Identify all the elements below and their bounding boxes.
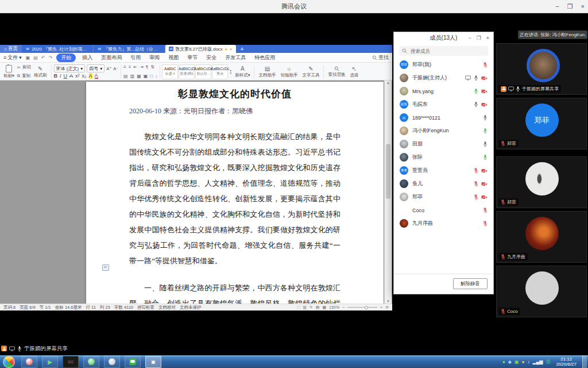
scrollbar-thumb[interactable]: [386, 144, 390, 199]
style-default-para[interactable]: AaBbCcDd 默认段...: [195, 64, 211, 79]
taskbar-icon-media-player[interactable]: ▶: [42, 356, 58, 368]
member-row[interactable]: 郑菲 郑菲(我): [394, 58, 493, 71]
search-input[interactable]: [409, 48, 481, 55]
fit-page-icon[interactable]: ⟳: [385, 305, 389, 310]
unmute-button[interactable]: 解除静音: [453, 278, 488, 289]
tray-app-icon[interactable]: ◆: [508, 359, 512, 365]
camera-off-icon[interactable]: [481, 195, 488, 200]
tray-network-icon[interactable]: ▂▄▆: [532, 359, 543, 365]
mic-icon[interactable]: [483, 114, 488, 121]
sort-icon[interactable]: ↓: [155, 74, 157, 79]
mic-active-icon[interactable]: [483, 154, 488, 160]
style-heading4[interactable]: AaBbC 标题 4: [162, 64, 178, 79]
copy-button[interactable]: ⧉ 复制: [17, 73, 31, 79]
tab-page-layout[interactable]: 页面布局: [99, 53, 124, 62]
doc-helper-button[interactable]: ▤ 文档助手: [256, 64, 278, 79]
wps-home-tab[interactable]: ⌂ 首页: [0, 45, 22, 53]
strikethrough-button[interactable]: A: [69, 73, 73, 79]
print-icon[interactable]: ▤: [33, 55, 38, 60]
undo-icon[interactable]: ↶: [41, 55, 45, 60]
member-row[interactable]: 张际: [394, 151, 493, 164]
member-row[interactable]: 鱼儿: [394, 177, 493, 190]
tray-wechat-icon[interactable]: ●: [502, 359, 505, 365]
paragraph-mark-icon[interactable]: ¶: [146, 64, 148, 70]
mic-active-icon[interactable]: [474, 88, 478, 94]
mic-muted-icon[interactable]: [474, 167, 478, 174]
camera-off-icon[interactable]: [481, 182, 488, 186]
font-color-button[interactable]: A: [95, 73, 98, 79]
video-tile[interactable]: 九月序曲: [496, 211, 587, 263]
member-row[interactable]: Mrs.yang: [394, 85, 493, 98]
maximize-icon[interactable]: ❐: [477, 35, 481, 41]
comment-marker-icon[interactable]: [102, 264, 109, 271]
tab-view[interactable]: 视图: [166, 53, 181, 62]
scroll-down-icon[interactable]: ▼: [385, 300, 392, 303]
underline-button[interactable]: U: [64, 73, 68, 79]
tab-references[interactable]: 引用: [128, 53, 143, 62]
border-icon[interactable]: □: [150, 74, 153, 79]
cut-button[interactable]: ✂ 剪切: [17, 64, 31, 70]
zoom-knob[interactable]: [365, 306, 368, 309]
member-row[interactable]: Coco: [394, 204, 493, 217]
read-layout-icon[interactable]: ▥: [303, 305, 307, 310]
mic-muted-icon[interactable]: [474, 194, 478, 200]
mic-muted-icon[interactable]: [483, 62, 488, 68]
status-protection[interactable]: 文档未保护: [180, 305, 202, 310]
align-center-icon[interactable]: ▥: [130, 74, 135, 79]
write-layout-icon[interactable]: ✎: [310, 305, 313, 310]
paste-button[interactable]: 粘贴▾: [1, 64, 17, 79]
zoom-in-icon[interactable]: +: [380, 305, 382, 309]
font-name-select[interactable]: 宋体 (正文) ▾: [54, 64, 86, 72]
align-justify-icon[interactable]: ▦: [137, 74, 141, 79]
web-layout-icon[interactable]: ▤: [316, 305, 320, 310]
tab-security[interactable]: 安全: [204, 53, 219, 62]
document-page[interactable]: 彰显敦煌文化的时代价值 2020-06-10 来源：光明日报作者：黑晓佛 敦煌文…: [86, 82, 384, 304]
highlight-button[interactable]: A: [89, 73, 92, 79]
tab-section[interactable]: 章节: [185, 53, 200, 62]
start-button[interactable]: [3, 356, 15, 368]
find-replace-button[interactable]: 查找替换: [326, 64, 347, 79]
doc-tab-1[interactable]: W 2020 『聚焦..社计划的项目模板: [22, 45, 94, 53]
taskbar-icon-sogou[interactable]: SO: [63, 356, 79, 368]
member-row[interactable]: 田朋: [394, 137, 493, 151]
style-normal-web[interactable]: AaBbCcD 普通(网站): [179, 64, 195, 79]
mic-muted-icon[interactable]: [483, 207, 488, 213]
mic-muted-icon[interactable]: [474, 181, 478, 187]
bullet-list-icon[interactable]: ≡: [123, 64, 126, 70]
number-list-icon[interactable]: ≡: [129, 64, 131, 70]
taskbar-icon-ie[interactable]: [104, 356, 120, 368]
indent-increase-icon[interactable]: ⇥: [140, 64, 144, 70]
close-icon[interactable]: ×: [581, 3, 585, 10]
style-emphasis[interactable]: AaBbCcDc 重点: [212, 64, 228, 79]
subscript-button[interactable]: x₂: [82, 73, 87, 79]
outline-layout-icon[interactable]: ▦: [322, 305, 326, 310]
superscript-button[interactable]: x²: [75, 73, 80, 79]
find-button[interactable]: 查找: [372, 54, 389, 62]
video-tile-screen-share[interactable]: 于振媚的屏幕共享: [496, 43, 587, 95]
member-row[interactable]: 郑菲: [394, 190, 493, 204]
member-row[interactable]: 冯小刚FengKun: [394, 124, 493, 137]
font-size-select[interactable]: 四号 ▾: [87, 64, 105, 72]
file-menu[interactable]: ≡ 文件 ▾: [3, 54, 22, 62]
align-left-icon[interactable]: ▤: [123, 74, 128, 79]
camera-off-icon[interactable]: [481, 168, 488, 173]
member-row[interactable]: 九月序曲: [394, 217, 493, 230]
italic-button[interactable]: I: [60, 73, 61, 79]
mic-icon[interactable]: [474, 75, 478, 81]
tray-volume-icon[interactable]: ♪: [527, 359, 529, 365]
select-button[interactable]: ↖ 选择: [347, 64, 361, 79]
shrink-font-button[interactable]: A⁻: [113, 66, 118, 71]
taskbar-clock[interactable]: 21:12 2020/6/27: [553, 356, 579, 367]
close-icon[interactable]: ×: [486, 35, 489, 41]
video-tile[interactable]: 郑菲: [496, 156, 587, 208]
redo-icon[interactable]: ↷: [49, 55, 53, 60]
minimize-icon[interactable]: −: [555, 3, 559, 10]
camera-off-icon[interactable]: [481, 102, 488, 107]
line-spacing-icon[interactable]: ⇅: [150, 64, 154, 70]
close-tab-icon[interactable]: ×: [230, 47, 233, 52]
member-row[interactable]: 于振媚(主持人): [394, 71, 493, 85]
member-row[interactable]: 萱萱 萱萱燕: [394, 164, 493, 177]
save-icon[interactable]: ▣: [26, 55, 30, 60]
grow-font-button[interactable]: A⁺: [106, 66, 111, 71]
text-tool-button[interactable]: ✎ 文字工具: [300, 64, 322, 79]
